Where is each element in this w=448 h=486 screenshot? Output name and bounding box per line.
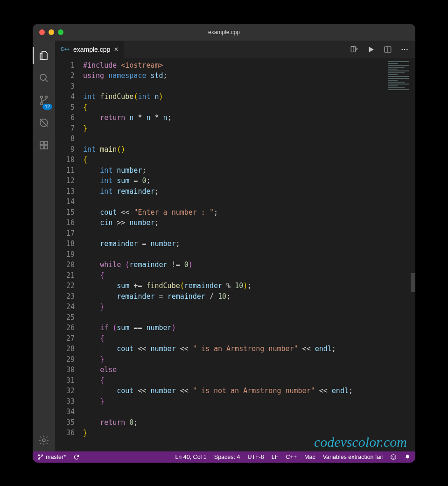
- svg-point-1: [41, 96, 43, 98]
- minimize-window-button[interactable]: [49, 29, 54, 35]
- scrollbar-thumb[interactable]: [411, 273, 415, 292]
- play-icon: [367, 45, 375, 54]
- window-controls: [39, 29, 63, 35]
- ellipsis-icon: [400, 45, 409, 54]
- debug-icon: [38, 117, 49, 128]
- source-control-tab[interactable]: 12: [33, 89, 55, 112]
- svg-point-16: [42, 454, 42, 455]
- editor-tabs: C++ example.cpp ×: [55, 41, 415, 58]
- cursor-position[interactable]: Ln 40, Col 1: [175, 454, 206, 460]
- sync-icon: [73, 454, 80, 460]
- split-editor-button[interactable]: [384, 45, 392, 54]
- tab-example-cpp[interactable]: C++ example.cpp ×: [55, 41, 125, 58]
- editor-group: C++ example.cpp ×: [55, 41, 415, 451]
- line-numbers: 1234567891011121314151617181920212223242…: [55, 58, 83, 451]
- eol-status[interactable]: LF: [272, 454, 279, 460]
- titlebar: example.cpp: [33, 24, 415, 41]
- run-debug-tab[interactable]: [33, 112, 55, 134]
- cpp-file-icon: C++: [61, 47, 70, 52]
- svg-rect-6: [40, 146, 43, 149]
- feedback-button[interactable]: [390, 454, 397, 460]
- search-tab[interactable]: [33, 67, 55, 89]
- encoding-status[interactable]: UTF-8: [247, 454, 264, 460]
- diff-icon: [350, 45, 358, 54]
- git-branch-status[interactable]: master*: [37, 454, 66, 460]
- svg-point-2: [45, 96, 48, 98]
- svg-rect-7: [44, 146, 48, 149]
- code-content[interactable]: #include <iostream>using namespace std;i…: [83, 58, 415, 451]
- extensions-tab[interactable]: [33, 134, 55, 156]
- svg-point-15: [38, 454, 39, 455]
- svg-point-20: [394, 456, 394, 457]
- settings-button[interactable]: [33, 429, 55, 451]
- scm-badge: 12: [42, 104, 52, 110]
- minimap[interactable]: [386, 60, 413, 102]
- extensions-icon: [38, 140, 49, 151]
- svg-point-18: [391, 454, 396, 459]
- close-tab-icon[interactable]: ×: [114, 45, 118, 54]
- window-title: example.cpp: [33, 29, 415, 35]
- compare-changes-button[interactable]: [350, 45, 358, 54]
- svg-rect-8: [44, 141, 48, 145]
- files-icon: [38, 50, 49, 61]
- maximize-window-button[interactable]: [58, 29, 63, 35]
- notifications-button[interactable]: [404, 454, 411, 460]
- bell-icon: [404, 454, 411, 460]
- svg-point-14: [406, 49, 408, 50]
- gear-icon: [38, 435, 49, 446]
- activity-bar: 12: [33, 41, 55, 451]
- vscode-window: example.cpp 12: [33, 24, 415, 463]
- more-actions-button[interactable]: [400, 45, 409, 54]
- run-button[interactable]: [367, 45, 375, 54]
- search-icon: [38, 72, 49, 84]
- svg-point-19: [392, 456, 393, 457]
- main-area: 12 C++ example.cpp ×: [33, 41, 415, 451]
- close-window-button[interactable]: [39, 29, 45, 35]
- svg-point-13: [404, 49, 406, 50]
- status-bar: master* Ln 40, Col 1 Spaces: 4 UTF-8 LF …: [33, 451, 415, 463]
- indentation-status[interactable]: Spaces: 4: [214, 454, 240, 460]
- branch-icon: [37, 454, 44, 460]
- split-icon: [384, 45, 392, 54]
- language-mode[interactable]: C++: [286, 454, 297, 460]
- svg-point-0: [40, 74, 46, 80]
- warning-status[interactable]: Variables extraction fail: [323, 454, 383, 460]
- svg-point-3: [41, 102, 43, 105]
- text-editor[interactable]: 1234567891011121314151617181920212223242…: [55, 58, 415, 451]
- svg-rect-5: [40, 141, 43, 145]
- tab-label: example.cpp: [73, 46, 110, 53]
- sync-button[interactable]: [73, 454, 80, 460]
- svg-point-9: [42, 439, 45, 442]
- svg-point-17: [38, 458, 39, 459]
- svg-point-12: [401, 49, 403, 50]
- explorer-tab[interactable]: [33, 44, 55, 67]
- os-status[interactable]: Mac: [304, 454, 315, 460]
- smile-icon: [390, 454, 397, 460]
- editor-actions: [350, 41, 415, 58]
